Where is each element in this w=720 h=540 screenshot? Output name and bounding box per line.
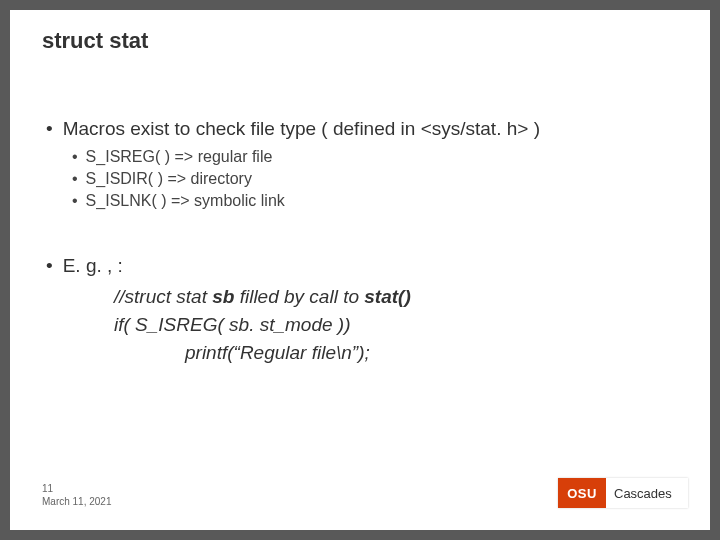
- slide-frame: struct stat •Macros exist to check file …: [0, 0, 720, 540]
- code-bold: stat(): [364, 286, 410, 307]
- footer: 11 March 11, 2021: [42, 482, 112, 508]
- code-text: filled by call to: [234, 286, 364, 307]
- subbullet-islnk: •S_ISLNK( ) => symbolic link: [72, 192, 285, 210]
- subbullet-text: S_ISREG( ) => regular file: [86, 148, 273, 165]
- slide-content: struct stat •Macros exist to check file …: [10, 10, 710, 530]
- slide-number: 11: [42, 482, 112, 495]
- bullet-dot-icon: •: [72, 148, 78, 166]
- osu-logo: OSU Cascades: [558, 478, 688, 508]
- slide-title: struct stat: [42, 28, 148, 54]
- bullet-example: •E. g. , :: [46, 255, 123, 277]
- subbullet-text: S_ISDIR( ) => directory: [86, 170, 252, 187]
- subbullet-isdir: •S_ISDIR( ) => directory: [72, 170, 252, 188]
- code-bold: sb: [212, 286, 234, 307]
- code-line-3: printf(“Regular file\n”);: [185, 342, 370, 364]
- bullet-dot-icon: •: [46, 118, 53, 140]
- bullet-text: Macros exist to check file type ( define…: [63, 118, 540, 139]
- bullet-dot-icon: •: [72, 192, 78, 210]
- slide-date: March 11, 2021: [42, 495, 112, 508]
- bullet-dot-icon: •: [72, 170, 78, 188]
- code-text: //struct stat: [114, 286, 212, 307]
- bullet-text: E. g. , :: [63, 255, 123, 276]
- logo-badge: OSU: [558, 478, 606, 508]
- subbullet-isreg: •S_ISREG( ) => regular file: [72, 148, 272, 166]
- subbullet-text: S_ISLNK( ) => symbolic link: [86, 192, 285, 209]
- code-line-2: if( S_ISREG( sb. st_mode )): [114, 314, 351, 336]
- bullet-dot-icon: •: [46, 255, 53, 277]
- code-line-1: //struct stat sb filled by call to stat(…: [114, 286, 411, 308]
- bullet-macros: •Macros exist to check file type ( defin…: [46, 118, 540, 140]
- logo-text: Cascades: [606, 478, 688, 508]
